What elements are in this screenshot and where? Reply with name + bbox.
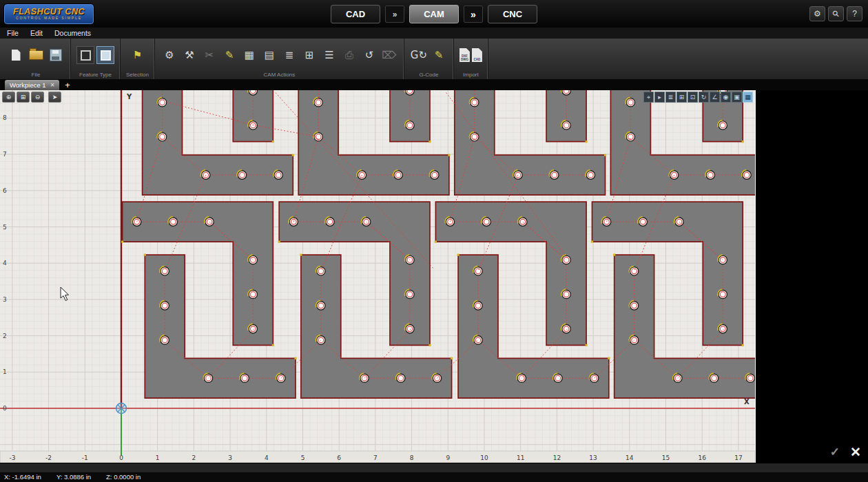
tab-label: Workpiece 1 [10, 81, 46, 89]
hole-inner-ring [564, 123, 569, 128]
menu-edit[interactable]: Edit [30, 29, 43, 37]
lead-in-mark [144, 254, 146, 256]
hole-inner-ring [475, 337, 481, 343]
generate-gcode-button[interactable]: G↻ [410, 46, 428, 64]
chevron-button[interactable]: » [464, 6, 483, 23]
selection-tool-button[interactable]: ⚑ [128, 46, 146, 64]
coord-x: X: -1.6494 in [4, 473, 41, 481]
zoom-extents-action-button[interactable]: ⊞ [300, 46, 318, 64]
drill-hole [160, 266, 169, 275]
zoom-out-tool-icon[interactable]: ⊖ [31, 92, 44, 103]
x-ruler-tick-label: 13 [589, 454, 597, 461]
snap-tool-icon[interactable]: ◉ [721, 92, 731, 103]
search-icon[interactable]: ⚲ [828, 6, 844, 21]
feature-type-filled-button[interactable] [96, 46, 114, 64]
canvas-zoom-toolbar: ⊕⊞⊖➤ [2, 92, 61, 103]
origin-marker-tool-icon[interactable]: ⌖ [643, 92, 654, 103]
feature-type-outline-button[interactable] [76, 46, 94, 64]
hole-inner-ring [628, 100, 634, 105]
stats-tool-icon[interactable]: ≣ [665, 92, 676, 103]
hole-inner-ring [555, 375, 561, 381]
drawing-canvas[interactable]: YX012345678-3-2-101234567891011121314151… [0, 90, 755, 463]
zoom-extents-tool-icon[interactable]: ⊞ [676, 92, 687, 103]
new-document-button[interactable] [7, 46, 25, 64]
edit-gcode-button[interactable]: ✎ [430, 46, 448, 64]
cancel-button-icon[interactable]: ✕ [850, 444, 861, 460]
drill-hole [132, 217, 141, 227]
lead-in-mark [272, 140, 274, 143]
mode-button-cnc[interactable]: CNC [488, 5, 537, 23]
lead-in-mark [272, 344, 274, 346]
cut-report-button[interactable]: ≣ [280, 46, 298, 64]
menu-file[interactable]: File [7, 29, 19, 37]
hole-inner-ring [712, 375, 717, 381]
workpiece-view[interactable]: YX012345678-3-2-101234567891011121314151… [0, 90, 755, 463]
hole-inner-ring [242, 375, 247, 381]
mode-button-cad[interactable]: CAD [331, 5, 380, 23]
import-dxf-dwg-button[interactable]: DXF DWG [459, 48, 470, 62]
save-document-button[interactable] [47, 46, 65, 64]
run-preview-tool-icon[interactable]: ▸ [654, 92, 665, 103]
tab-workpiece-1[interactable]: Workpiece 1 ✕ [5, 80, 59, 90]
mode-switch: CAD»CAM»CNC [331, 5, 537, 23]
drill-hole [549, 170, 559, 180]
menu-documents[interactable]: Documents [54, 29, 91, 37]
import-cad-button[interactable]: CAD [472, 48, 482, 62]
torch-settings-button[interactable]: ⚙ [161, 46, 178, 64]
drill-hole [168, 217, 178, 227]
grid-toggle-tool-icon[interactable]: ▦ [743, 92, 753, 103]
title-bar: FLASHCUT CNC CONTROL MADE SIMPLE CAD»CAM… [0, 0, 868, 28]
refresh-view-tool-icon[interactable]: ↻ [699, 92, 709, 103]
drill-hole [629, 266, 639, 275]
y-ruler-tick-label: 0 [3, 405, 7, 412]
origin-marker [116, 404, 127, 414]
chevron-button[interactable]: » [385, 6, 404, 23]
scribe-tool-button[interactable]: ✎ [220, 46, 238, 64]
undo-button[interactable]: ↺ [360, 46, 378, 64]
hole-inner-ring [318, 303, 324, 308]
nesting-button[interactable]: ▦ [240, 46, 258, 64]
drill-hole [289, 217, 298, 227]
measure-tool-icon[interactable]: ∠ [710, 92, 720, 103]
hole-inner-ring [632, 269, 637, 274]
x-ruler-tick-label: 1 [156, 454, 160, 461]
drill-hole [445, 217, 455, 227]
drill-hole [629, 301, 639, 311]
lead-in-mark [278, 241, 280, 243]
zoom-selection-tool-icon[interactable]: ⊡ [688, 92, 698, 103]
lead-in-mark [591, 241, 593, 243]
hole-inner-ring [564, 90, 569, 94]
array-parts-button[interactable]: ▤ [260, 46, 278, 64]
panel-confirm-buttons: ✓ ✕ [830, 444, 861, 460]
open-document-button[interactable] [27, 46, 45, 64]
x-ruler-tick-label: 7 [373, 454, 378, 461]
x-ruler-tick-label: 5 [301, 454, 305, 461]
open-document-icon [29, 50, 43, 60]
cut-sequence-button[interactable]: ☰ [320, 46, 338, 64]
hole-inner-ring [162, 337, 167, 343]
tab-close-icon[interactable]: ✕ [50, 82, 55, 88]
lead-in-mark [586, 344, 588, 346]
y-ruler-tick-label: 1 [3, 368, 7, 375]
y-ruler-tick-label: 3 [3, 296, 7, 303]
drill-hole [405, 324, 415, 333]
lead-in-mark [294, 357, 296, 359]
accept-button-icon[interactable]: ✓ [830, 445, 840, 459]
pointer-tool-icon[interactable]: ➤ [48, 92, 61, 103]
hole-inner-ring [407, 123, 413, 128]
x-ruler-tick-label: 2 [192, 454, 196, 461]
machine-settings-icon[interactable]: ⚙ [809, 6, 825, 21]
y-axis-label: Y [126, 93, 132, 101]
lead-in-mark [457, 254, 459, 256]
y-ruler-tick-label: 2 [3, 333, 7, 339]
add-tab-button[interactable]: + [65, 81, 70, 90]
zoom-in-tool-icon[interactable]: ⊕ [2, 92, 15, 103]
render-mode-tool-icon[interactable]: ▣ [732, 92, 742, 103]
new-document-icon [12, 50, 21, 61]
help-icon[interactable]: ? [847, 6, 862, 21]
brand-tagline: CONTROL MADE SIMPLE [16, 16, 82, 21]
mode-button-cam[interactable]: CAM [409, 5, 459, 23]
zoom-window-tool-icon[interactable]: ⊞ [17, 92, 30, 103]
lead-in-mark [428, 140, 431, 143]
tool-settings-button[interactable]: ⚒ [180, 46, 198, 64]
